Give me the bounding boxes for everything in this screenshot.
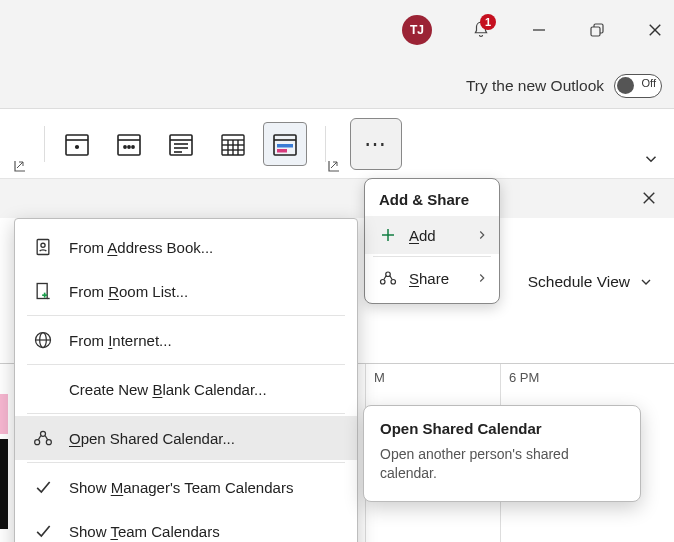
svg-point-47 xyxy=(46,440,51,445)
add-label: Add xyxy=(409,227,436,244)
svg-point-7 xyxy=(76,145,79,148)
calendar-view-ribbon: ⋯ xyxy=(0,108,674,178)
add-share-panel: Add & Share Add Share xyxy=(364,178,500,304)
more-commands-button[interactable]: ⋯ xyxy=(350,118,402,170)
add-share-title: Add & Share xyxy=(365,185,499,216)
try-new-toggle[interactable]: Off xyxy=(614,74,662,98)
check-icon xyxy=(33,521,53,541)
chevron-down-icon xyxy=(638,274,654,290)
tooltip-title: Open Shared Calendar xyxy=(380,420,624,437)
add-calendar-context-menu: From Address Book... From Room List... F… xyxy=(14,218,358,542)
month-view-icon xyxy=(220,131,246,157)
menu-item-label: From Room List... xyxy=(69,283,188,300)
from-room-list-item[interactable]: From Room List... xyxy=(15,269,357,313)
work-week-view-button[interactable] xyxy=(107,122,151,166)
minimize-button[interactable] xyxy=(530,21,548,39)
schedule-view-icon xyxy=(272,131,298,157)
svg-rect-38 xyxy=(37,284,47,299)
share-calendar-menu[interactable]: Share xyxy=(365,259,499,297)
from-address-book-item[interactable]: From Address Book... xyxy=(15,225,357,269)
try-new-label: Try the new Outlook xyxy=(466,77,604,95)
menu-item-label: Show Manager's Team Calendars xyxy=(69,479,293,496)
show-team-calendars-item[interactable]: Show Team Calendars xyxy=(15,509,357,542)
globe-icon xyxy=(33,330,53,350)
title-bar: TJ 1 Try the new Outlook Off xyxy=(0,0,674,108)
group-launcher-icon[interactable] xyxy=(14,160,26,172)
svg-point-34 xyxy=(381,280,386,285)
month-view-button[interactable] xyxy=(211,122,255,166)
ribbon-collapse-button[interactable] xyxy=(642,150,660,168)
svg-point-46 xyxy=(35,440,40,445)
show-managers-team-item[interactable]: Show Manager's Team Calendars xyxy=(15,465,357,509)
menu-item-label: Create New Blank Calendar... xyxy=(69,381,267,398)
share-icon xyxy=(379,269,397,287)
tooltip-body: Open another person's shared calendar. xyxy=(380,445,624,483)
svg-point-10 xyxy=(124,145,126,147)
svg-rect-8 xyxy=(118,135,140,155)
user-avatar[interactable]: TJ xyxy=(402,15,432,45)
ellipsis-icon: ⋯ xyxy=(364,131,388,157)
blank-icon xyxy=(33,379,53,399)
work-week-icon xyxy=(116,131,142,157)
close-button[interactable] xyxy=(646,21,664,39)
schedule-view-button[interactable] xyxy=(263,122,307,166)
from-internet-item[interactable]: From Internet... xyxy=(15,318,357,362)
week-view-icon xyxy=(168,131,194,157)
svg-point-12 xyxy=(132,145,134,147)
day-view-button[interactable] xyxy=(55,122,99,166)
svg-point-37 xyxy=(41,243,45,247)
try-new-outlook: Try the new Outlook Off xyxy=(466,74,662,98)
svg-point-45 xyxy=(41,431,46,436)
schedule-view-label: Schedule View xyxy=(528,273,630,291)
check-icon xyxy=(33,477,53,497)
chevron-right-icon xyxy=(475,271,489,285)
svg-rect-2 xyxy=(591,27,600,36)
share-label: Share xyxy=(409,270,449,287)
schedule-view-dropdown[interactable]: Schedule View xyxy=(528,273,654,291)
open-shared-calendar-item[interactable]: Open Shared Calendar... xyxy=(15,416,357,460)
svg-point-11 xyxy=(128,145,130,147)
restore-button[interactable] xyxy=(588,21,606,39)
notifications-button[interactable]: 1 xyxy=(472,20,490,41)
svg-rect-27 xyxy=(277,144,293,148)
appointment-bar[interactable] xyxy=(0,439,8,529)
appointment-bar[interactable] xyxy=(0,394,8,434)
tooltip: Open Shared Calendar Open another person… xyxy=(363,405,641,502)
address-book-icon xyxy=(33,237,53,257)
create-blank-calendar-item[interactable]: Create New Blank Calendar... xyxy=(15,367,357,411)
plus-icon xyxy=(379,226,397,244)
day-view-icon xyxy=(64,131,90,157)
menu-item-label: From Internet... xyxy=(69,332,172,349)
notification-badge: 1 xyxy=(480,14,496,30)
arrange-group-launcher-icon[interactable] xyxy=(328,160,340,172)
strip-close-button[interactable] xyxy=(640,189,658,207)
room-list-icon xyxy=(33,281,53,301)
add-calendar-menu[interactable]: Add xyxy=(365,216,499,254)
info-strip xyxy=(0,178,674,218)
chevron-right-icon xyxy=(475,228,489,242)
svg-rect-28 xyxy=(277,149,287,153)
svg-point-35 xyxy=(391,280,396,285)
menu-item-label: Show Team Calendars xyxy=(69,523,220,540)
svg-point-33 xyxy=(386,272,391,277)
toggle-off-label: Off xyxy=(642,77,656,89)
week-view-button[interactable] xyxy=(159,122,203,166)
menu-item-label: From Address Book... xyxy=(69,239,213,256)
menu-item-label: Open Shared Calendar... xyxy=(69,430,235,447)
shared-calendar-icon xyxy=(33,428,53,448)
